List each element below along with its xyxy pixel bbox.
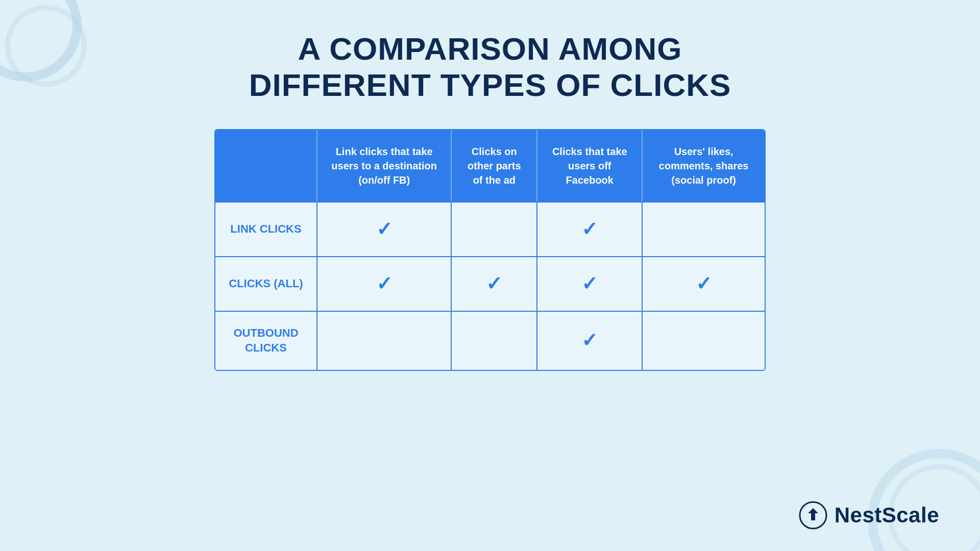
title-line2: DIFFERENT TYPES OF CLICKS: [249, 67, 731, 103]
row-2-col4: ✓: [537, 311, 643, 369]
row-1-col5: ✓: [643, 256, 765, 311]
row-2-label: OUTBOUND CLICKS: [215, 311, 317, 369]
row-1-col3: ✓: [452, 256, 537, 311]
row-1-col2: ✓: [317, 256, 452, 311]
col-header-off-facebook: Clicks that take users off Facebook: [537, 130, 643, 202]
row-0-col2: ✓: [317, 202, 452, 256]
col-header-social-proof: Users' likes, comments, shares (social p…: [643, 130, 765, 202]
table-row: OUTBOUND CLICKS✓: [215, 311, 765, 369]
table-row: LINK CLICKS✓✓: [215, 202, 765, 256]
row-0-col4: ✓: [537, 202, 643, 256]
checkmark-icon: ✓: [581, 328, 598, 353]
table-row: CLICKS (ALL)✓✓✓✓: [215, 256, 765, 311]
title-line1: A COMPARISON AMONG: [298, 31, 682, 66]
col-header-label: [215, 130, 317, 202]
checkmark-icon: ✓: [486, 271, 502, 296]
row-1-label: CLICKS (ALL): [215, 256, 317, 311]
row-2-col5: [643, 311, 765, 369]
checkmark-icon: ✓: [376, 271, 393, 296]
checkmark-icon: ✓: [581, 217, 598, 242]
checkmark-icon: ✓: [376, 217, 393, 242]
page-content: A COMPARISON AMONG DIFFERENT TYPES OF CL…: [0, 0, 980, 371]
row-0-col3: [452, 202, 537, 256]
checkmark-icon: ✓: [581, 271, 598, 296]
row-2-col2: [317, 311, 452, 369]
brand-name: NestScale: [835, 503, 939, 528]
row-0-label: LINK CLICKS: [215, 202, 317, 256]
checkmark-icon: ✓: [696, 271, 712, 296]
col-header-link-clicks: Link clicks that take users to a destina…: [317, 130, 452, 202]
row-2-col3: [452, 311, 537, 369]
page-title: A COMPARISON AMONG DIFFERENT TYPES OF CL…: [249, 31, 731, 104]
table-header-row: Link clicks that take users to a destina…: [215, 130, 765, 202]
brand-logo: NestScale: [799, 501, 939, 530]
col-header-other-clicks: Clicks on other parts of the ad: [452, 130, 537, 202]
comparison-table: Link clicks that take users to a destina…: [214, 129, 766, 371]
nestscale-icon: [799, 501, 827, 530]
row-1-col4: ✓: [537, 256, 643, 311]
row-0-col5: [643, 202, 765, 256]
